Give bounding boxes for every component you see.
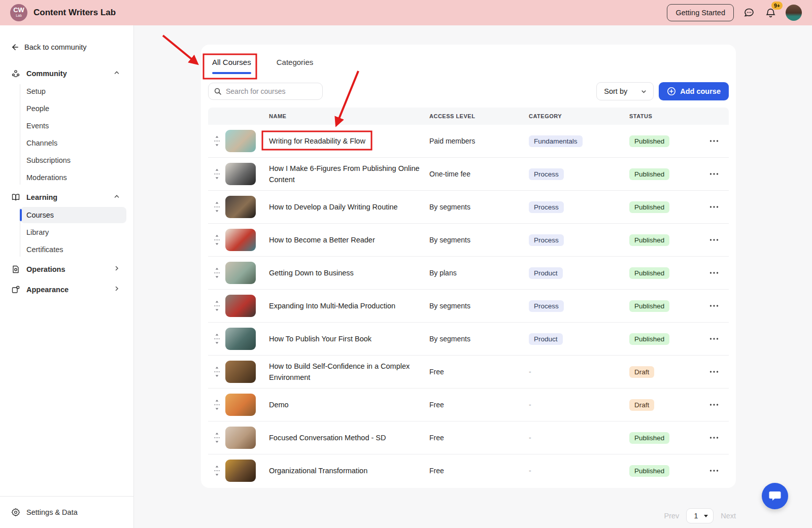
table-row[interactable]: How to Develop a Daily Writing Routine B… bbox=[208, 190, 729, 223]
course-thumbnail bbox=[225, 328, 256, 350]
course-name[interactable]: Focused Conversation Method - SD bbox=[269, 434, 386, 442]
category-cell: Product bbox=[529, 333, 629, 345]
row-actions-button[interactable] bbox=[706, 400, 722, 409]
row-actions-button[interactable] bbox=[706, 202, 722, 212]
sort-by-dropdown[interactable]: Sort by bbox=[596, 82, 654, 100]
table-row[interactable]: How I Make 6-Figures From Publishing Onl… bbox=[208, 157, 729, 190]
page-number-dropdown[interactable]: 1 bbox=[686, 508, 714, 523]
search-input[interactable] bbox=[226, 87, 317, 95]
row-actions-button[interactable] bbox=[706, 268, 722, 277]
next-page-button[interactable]: Next bbox=[721, 512, 736, 520]
current-page-number: 1 bbox=[694, 512, 698, 520]
tab-categories[interactable]: Categories bbox=[273, 56, 318, 66]
table-row[interactable]: Focused Conversation Method - SD Free - … bbox=[208, 421, 729, 454]
row-actions-button[interactable] bbox=[706, 466, 722, 475]
course-name[interactable]: How I Make 6-Figures From Publishing Onl… bbox=[269, 164, 420, 184]
getting-started-button[interactable]: Getting Started bbox=[667, 4, 734, 21]
add-course-button[interactable]: Add course bbox=[659, 82, 729, 100]
row-actions-button[interactable] bbox=[706, 169, 722, 179]
community-icon bbox=[11, 69, 20, 78]
course-name[interactable]: How To Publish Your First Book bbox=[269, 335, 371, 343]
course-name[interactable]: Writing for Readability & Flow bbox=[269, 137, 365, 145]
chevron-right-icon bbox=[113, 265, 122, 274]
sidebar-section-community[interactable]: Community bbox=[7, 65, 126, 82]
drag-handle-icon[interactable] bbox=[208, 169, 225, 179]
drag-handle-icon[interactable] bbox=[208, 400, 225, 410]
category-badge: Process bbox=[529, 234, 564, 246]
sidebar-item-courses[interactable]: Courses bbox=[20, 207, 126, 223]
course-name[interactable]: Demo bbox=[269, 401, 289, 409]
row-actions-button[interactable] bbox=[706, 301, 722, 310]
table-row[interactable]: Expanding Into Multi-Media Production By… bbox=[208, 289, 729, 322]
community-logo[interactable]: CW Lab bbox=[10, 4, 27, 21]
admin-sidebar: Back to community Community Setup People… bbox=[0, 25, 134, 528]
row-actions-button[interactable] bbox=[706, 334, 722, 343]
status-badge: Published bbox=[629, 168, 669, 180]
back-to-community-link[interactable]: Back to community bbox=[7, 41, 126, 54]
course-thumbnail bbox=[225, 163, 256, 185]
drag-handle-icon[interactable] bbox=[208, 433, 225, 443]
notifications-bell-icon[interactable]: 9+ bbox=[764, 7, 776, 19]
category-cell: Product bbox=[529, 267, 629, 279]
status-badge: Draft bbox=[629, 366, 654, 378]
active-tab-underline bbox=[212, 72, 251, 74]
course-search[interactable] bbox=[208, 83, 323, 100]
sidebar-item-moderations[interactable]: Moderations bbox=[20, 169, 126, 186]
user-avatar[interactable] bbox=[786, 5, 802, 21]
table-row[interactable]: Organizational Transformation Free - Pub… bbox=[208, 454, 729, 487]
category-cell: Process bbox=[529, 201, 629, 213]
category-badge: Fundamentals bbox=[529, 135, 583, 147]
chat-launcher-button[interactable] bbox=[762, 483, 788, 509]
drag-handle-icon[interactable] bbox=[208, 466, 225, 476]
course-name[interactable]: How to Become a Better Reader bbox=[269, 236, 375, 244]
sidebar-item-people[interactable]: People bbox=[20, 100, 126, 117]
drag-handle-icon[interactable] bbox=[208, 235, 225, 245]
row-actions-button[interactable] bbox=[706, 433, 722, 442]
prev-page-button[interactable]: Prev bbox=[664, 512, 680, 520]
drag-handle-icon[interactable] bbox=[208, 301, 225, 311]
sidebar-section-operations[interactable]: Operations bbox=[7, 261, 126, 278]
courses-tabs: All Courses Categories bbox=[208, 54, 729, 79]
sidebar-item-subscriptions[interactable]: Subscriptions bbox=[20, 152, 126, 168]
sidebar-item-setup[interactable]: Setup bbox=[20, 83, 126, 99]
tab-all-courses[interactable]: All Courses bbox=[208, 56, 255, 74]
courses-toolbar: Sort by Add course bbox=[208, 82, 729, 100]
category-badge: Process bbox=[529, 168, 564, 180]
table-row[interactable]: How to Build Self-Confidence in a Comple… bbox=[208, 355, 729, 388]
row-actions-button[interactable] bbox=[706, 235, 722, 244]
drag-handle-icon[interactable] bbox=[208, 268, 225, 278]
course-thumbnail bbox=[225, 361, 256, 383]
messages-icon[interactable] bbox=[743, 7, 755, 19]
table-row[interactable]: Writing for Readability & Flow Paid memb… bbox=[208, 125, 729, 157]
sidebar-item-certificates[interactable]: Certificates bbox=[20, 241, 126, 258]
course-name[interactable]: Expanding Into Multi-Media Production bbox=[269, 302, 395, 310]
plus-circle-icon bbox=[667, 87, 676, 96]
drag-handle-icon[interactable] bbox=[208, 367, 225, 377]
drag-handle-icon[interactable] bbox=[208, 136, 225, 146]
table-row[interactable]: Getting Down to Business By plans Produc… bbox=[208, 256, 729, 289]
status-badge: Published bbox=[629, 135, 669, 147]
drag-handle-icon[interactable] bbox=[208, 334, 225, 344]
tab-categories-label: Categories bbox=[277, 58, 314, 66]
course-name[interactable]: How to Develop a Daily Writing Routine bbox=[269, 203, 398, 211]
table-row[interactable]: How to Become a Better Reader By segment… bbox=[208, 223, 729, 256]
sidebar-item-library[interactable]: Library bbox=[20, 224, 126, 240]
row-actions-button[interactable] bbox=[706, 136, 722, 146]
drag-handle-icon[interactable] bbox=[208, 202, 225, 212]
community-section-label: Community bbox=[26, 69, 67, 78]
course-thumbnail bbox=[225, 262, 256, 284]
learning-section-label: Learning bbox=[26, 193, 57, 201]
settings-label: Settings & Data bbox=[26, 508, 78, 516]
course-name[interactable]: How to Build Self-Confidence in a Comple… bbox=[269, 362, 410, 381]
row-actions-button[interactable] bbox=[706, 367, 722, 376]
sidebar-item-channels[interactable]: Channels bbox=[20, 135, 126, 151]
table-row[interactable]: Demo Free - Draft bbox=[208, 388, 729, 421]
sidebar-item-events[interactable]: Events bbox=[20, 118, 126, 134]
sidebar-section-learning[interactable]: Learning bbox=[7, 189, 126, 206]
table-row[interactable]: How To Publish Your First Book By segmen… bbox=[208, 322, 729, 355]
access-level: By plans bbox=[429, 269, 529, 277]
sidebar-section-appearance[interactable]: Appearance bbox=[7, 281, 126, 298]
course-name[interactable]: Organizational Transformation bbox=[269, 467, 367, 475]
course-name[interactable]: Getting Down to Business bbox=[269, 269, 354, 277]
settings-and-data-link[interactable]: Settings & Data bbox=[7, 504, 126, 521]
